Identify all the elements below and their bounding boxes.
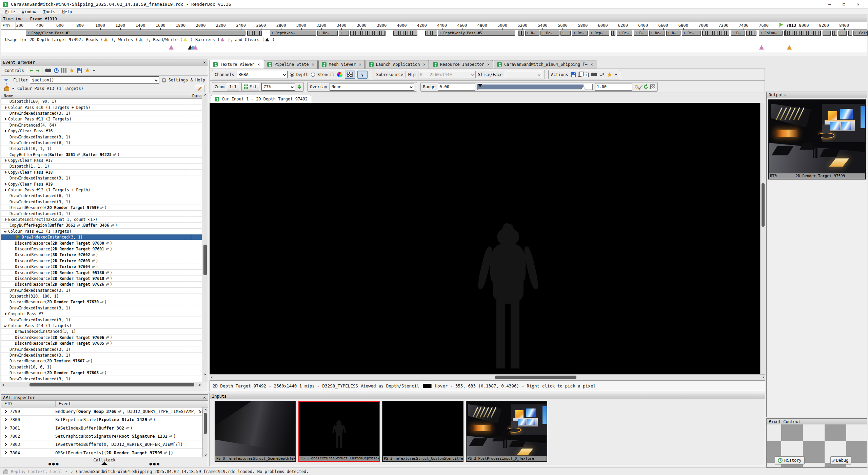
chevron-down-icon[interactable]	[65, 471, 68, 474]
event-row[interactable]: DrawIndexedInstanced(3, 1)	[1, 134, 202, 140]
input-thumbnail[interactable]: PS 1 eneTexturesStruct_CustomDepthTextu	[298, 401, 380, 462]
current-eid-flag-icon[interactable]	[779, 23, 783, 27]
resource-link[interactable]: 2D Render Target 97630	[47, 300, 99, 304]
resource-link[interactable]: 2D Texture 97607	[47, 359, 85, 363]
texture-vscrollbar[interactable]	[760, 103, 765, 374]
minimize-button[interactable]: –	[823, 0, 837, 8]
column-separator[interactable]	[191, 93, 191, 382]
timeline-pass-block[interactable]: +	[339, 31, 349, 36]
resource-link[interactable]: 2D Render Target 97626	[53, 282, 104, 287]
event-row[interactable]: DrawInstanced(4, 64)	[1, 122, 202, 128]
event-row[interactable]: Colour Pass #10 (1 Targets + Depth)	[1, 104, 202, 110]
event-list-vscrollbar[interactable]	[202, 93, 208, 382]
event-row[interactable]: Copy/Clear Pass #18	[1, 170, 202, 175]
resource-link[interactable]: Buffer 94228	[83, 152, 112, 157]
zoom-1to1-button[interactable]: 1:1	[227, 83, 239, 91]
resource-link-icon[interactable]	[168, 434, 174, 438]
timeline-draw-marks[interactable]	[832, 31, 837, 36]
timeline-pass-block[interactable]: + D⋯	[731, 31, 745, 36]
event-row[interactable]: DiscardResource(2D Render Target 97626)	[1, 282, 202, 287]
depth-radio[interactable]	[290, 73, 294, 77]
resource-link-icon[interactable]	[91, 264, 96, 269]
event-row[interactable]: Colour Pass #14 (1 Targets)	[1, 323, 202, 329]
event-row[interactable]: DiscardResource(2D Texture 97604)	[1, 264, 202, 270]
resource-link[interactable]: Query Heap 3766	[78, 409, 117, 414]
event-row[interactable]: Dispatch(160, 90, 1)	[1, 99, 202, 104]
resource-link-icon[interactable]	[105, 282, 110, 287]
resource-link[interactable]: 2D Texture 97603	[53, 259, 90, 263]
event-row[interactable]: DrawIndexedInstanced(3, 1)	[1, 288, 202, 293]
expand-icon[interactable]	[4, 410, 7, 413]
collapse-icon[interactable]	[4, 230, 6, 233]
expand-icon[interactable]	[4, 426, 7, 429]
copy-icon[interactable]	[578, 73, 581, 77]
api-event-row[interactable]: 7802SetGraphicsRootSignature(Root Signat…	[1, 432, 202, 440]
range-histogram-icon[interactable]	[650, 84, 655, 89]
event-row[interactable]: DiscardResource(2D Render Target 97610)	[1, 276, 202, 282]
event-row[interactable]: DiscardResource(2D Render Target 97601)	[1, 246, 202, 252]
timeline-draw-marks[interactable]	[518, 31, 524, 36]
resource-link-icon[interactable]	[125, 425, 130, 430]
column-eid[interactable]: EID	[4, 401, 12, 406]
event-row[interactable]: DrawIndexedInstanced(6, 1)	[1, 193, 202, 199]
tab-close-icon[interactable]: ×	[257, 62, 260, 67]
step-forward-button[interactable]: →	[36, 68, 39, 73]
resource-link-icon[interactable]	[76, 223, 81, 228]
resource-link-icon[interactable]	[117, 409, 122, 414]
event-row[interactable]: DiscardResource(2D Render Target 97608)	[1, 370, 202, 376]
event-row[interactable]: Copy/Clear Pass #17	[1, 158, 202, 164]
event-row[interactable]: Dispatch(320, 180, 1)	[1, 293, 202, 299]
timeline-pass-block[interactable]: + De⋯	[617, 31, 632, 36]
event-row[interactable]: ExecuteIndirect(maxCount 1, count <1>)	[1, 217, 202, 223]
event-row[interactable]: Dispatch(1, 1, 1)	[1, 164, 202, 169]
resource-link[interactable]: Buffer 3861	[50, 223, 75, 228]
resource-link-icon[interactable]	[110, 223, 115, 228]
resource-link-icon[interactable]	[105, 241, 110, 245]
timeline-draw-marks[interactable]	[746, 31, 756, 36]
expand-icon[interactable]	[4, 118, 6, 120]
timeline-draw-marks[interactable]	[247, 31, 262, 36]
event-row[interactable]: DiscardResource(2D Render Target 97599)	[1, 205, 202, 211]
expand-icon[interactable]	[4, 451, 7, 454]
event-row[interactable]: Colour Pass #12 (1 Targets + Depth)	[1, 187, 202, 193]
expand-icon[interactable]	[4, 159, 6, 162]
resource-link[interactable]: 2D Render Target 97599	[106, 450, 163, 455]
resource-link[interactable]: 3D Texture 97602	[53, 252, 90, 257]
close-icon[interactable]: ×	[203, 60, 206, 65]
api-event-row[interactable]: 7800SetPipelineState(Pipeline State 1429…	[1, 416, 202, 424]
scroll-down-icon[interactable]	[203, 452, 208, 457]
range-black-point-handle[interactable]	[478, 84, 482, 87]
column-event[interactable]: Event	[59, 401, 71, 406]
scroll-thumb[interactable]	[495, 376, 576, 379]
event-row[interactable]: Dispatch(10, 1, 1)	[1, 146, 202, 152]
event-row[interactable]: DrawIndexedInstanced(3, 1)	[1, 329, 202, 335]
color-wheel-icon[interactable]	[337, 72, 342, 77]
api-event-row[interactable]: 7804OMSetRenderTargets({ 2D Render Targe…	[1, 449, 202, 457]
overlay-select[interactable]: None	[330, 83, 414, 91]
event-row[interactable]: DrawIndexedInstanced(3, 1)	[1, 111, 202, 116]
expand-icon[interactable]	[4, 312, 6, 315]
chevron-down-icon[interactable]	[12, 88, 15, 91]
home-icon[interactable]	[4, 88, 9, 91]
chevron-down-icon[interactable]	[93, 70, 95, 73]
timeline-pass-block[interactable]: + Colour⋯	[853, 31, 868, 36]
debug-button[interactable]: Debug	[830, 456, 851, 464]
resource-link-icon[interactable]	[105, 270, 110, 275]
scroll-left-icon[interactable]	[1, 382, 6, 387]
tab-close-icon[interactable]: ×	[312, 62, 314, 67]
flip-y-icon[interactable]	[298, 84, 301, 89]
timeline-pass-block[interactable]: + Colou⋯	[759, 31, 783, 36]
maximize-button[interactable]: ❐	[837, 0, 851, 8]
tab-close-icon[interactable]: ×	[487, 62, 490, 67]
usage-marker-icon[interactable]	[759, 45, 764, 50]
column-name[interactable]: Name	[4, 94, 13, 98]
scroll-thumb[interactable]	[204, 413, 207, 434]
zoom-fit-button[interactable]: Fit	[241, 83, 259, 91]
event-row[interactable]: DiscardResource(2D Render Target 97600)	[1, 240, 202, 246]
event-row[interactable]: DrawIndexedInstanced(3, 1)	[1, 175, 202, 181]
texture-view[interactable]	[210, 103, 760, 374]
resource-link[interactable]: 2D Render Target 97608	[47, 370, 99, 375]
find-icon[interactable]	[591, 73, 597, 77]
resource-link-icon[interactable]	[105, 335, 110, 340]
expand-icon[interactable]	[4, 130, 6, 132]
